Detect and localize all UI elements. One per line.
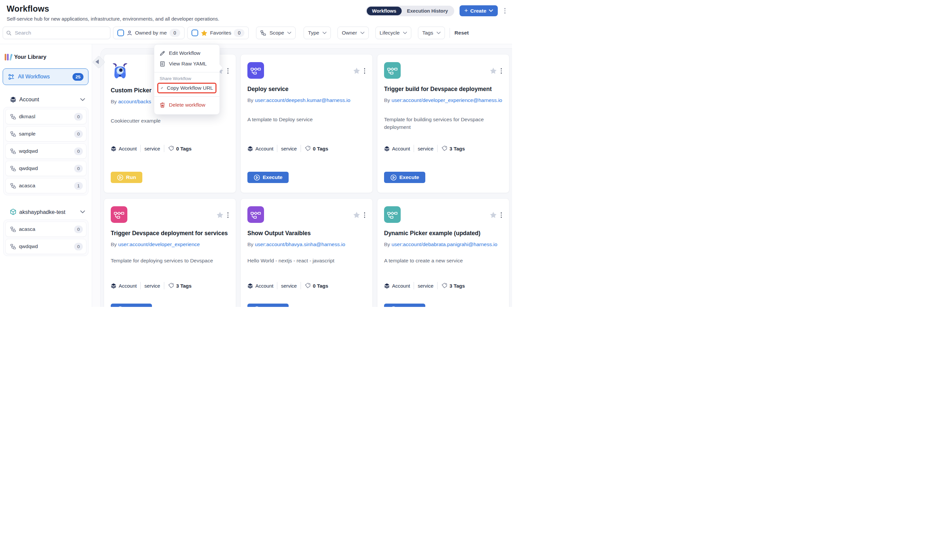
- tab-execution-history[interactable]: Execution History: [402, 7, 453, 15]
- owned-by-me-filter[interactable]: Owned by me 0: [113, 26, 185, 39]
- card-byline: By user:account/developer_experience: [111, 241, 229, 255]
- favorite-star-icon[interactable]: [490, 68, 497, 74]
- tag-icon: [304, 146, 310, 151]
- card-kebab-menu-icon[interactable]: [226, 67, 230, 75]
- card-scope: Account: [392, 146, 410, 151]
- layers-icon: [384, 283, 390, 289]
- owner-link[interactable]: user:account/deepesh.kumar@harness.io: [255, 97, 350, 103]
- menu-item-edit-workflow[interactable]: Edit Workflow: [154, 48, 219, 58]
- search-icon: [6, 30, 11, 36]
- hierarchy-icon: [260, 30, 266, 36]
- menu-item-copy-workflow-url[interactable]: Copy Workflow URL: [157, 83, 216, 93]
- item-count-badge: 0: [74, 148, 83, 155]
- star-icon: [201, 30, 207, 36]
- sidebar-item-label: acasca: [19, 183, 71, 189]
- favorites-label: Favorites: [210, 30, 232, 36]
- card-type: service: [144, 283, 160, 289]
- workflow-context-menu: Edit Workflow View Raw YAML Share Workfl…: [154, 44, 220, 115]
- card-kebab-menu-icon[interactable]: [226, 211, 230, 219]
- sidebar-item-acasca[interactable]: acasca 1: [5, 178, 86, 193]
- lifecycle-dropdown-label: Lifecycle: [380, 30, 400, 36]
- favorite-star-icon[interactable]: [353, 68, 360, 74]
- tab-workflows[interactable]: Workflows: [367, 7, 402, 15]
- scope-dropdown[interactable]: Scope: [256, 26, 296, 39]
- owned-by-me-checkbox[interactable]: [117, 29, 124, 36]
- sidebar-item-qwdqwd-2[interactable]: qwdqwd 0: [5, 239, 86, 254]
- card-meta: Account service 0 Tags: [111, 145, 230, 152]
- card-byline: By user:account/debabrata.panigrahi@harn…: [384, 241, 502, 255]
- execute-button[interactable]: Execute: [247, 303, 289, 307]
- workflow-tile-icon: [384, 206, 401, 223]
- execute-button[interactable]: Execute: [247, 172, 289, 183]
- sidebar-section-account[interactable]: Account: [0, 96, 92, 103]
- sidebar-item-dkmasl[interactable]: dkmasl 0: [5, 109, 86, 124]
- owner-link[interactable]: user:account/bhavya.sinha@harness.io: [255, 242, 345, 247]
- owner-dropdown[interactable]: Owner: [338, 26, 369, 39]
- chevron-down-icon: [489, 9, 493, 12]
- sidebar-item-label: qwdqwd: [19, 243, 71, 249]
- card-meta: Account service 3 Tags: [384, 282, 503, 289]
- reset-filters-link[interactable]: Reset: [455, 30, 469, 36]
- type-dropdown[interactable]: Type: [304, 26, 331, 39]
- item-count-badge: 0: [74, 243, 83, 251]
- card-tags-count: 3 Tags: [449, 283, 465, 289]
- chevron-down-icon: [287, 32, 291, 34]
- org-chart-icon: [10, 183, 16, 189]
- filter-divider: [449, 28, 450, 38]
- card-scope: Account: [255, 146, 273, 151]
- chevron-down-icon: [437, 32, 441, 34]
- org-chart-icon: [10, 148, 16, 154]
- search-input[interactable]: [14, 29, 107, 36]
- item-count-badge: 0: [74, 113, 83, 121]
- layers-icon: [111, 146, 116, 151]
- menu-item-delete-workflow[interactable]: Delete workflow: [154, 100, 219, 110]
- sidebar-item-all-workflows[interactable]: All Workflows 25: [3, 68, 88, 85]
- favorite-star-icon[interactable]: [353, 212, 360, 218]
- card-scope: Account: [119, 146, 137, 151]
- header-actions: Workflows Execution History + Create: [366, 5, 507, 16]
- execute-button[interactable]: Execute: [384, 172, 425, 183]
- sidebar-item-acasca-2[interactable]: acasca 0: [5, 222, 86, 237]
- tag-icon: [304, 283, 310, 289]
- card-description: Cookiecutter example: [111, 117, 229, 125]
- workflow-tile-icon: [247, 62, 264, 79]
- favorites-filter[interactable]: Favorites 0: [187, 26, 249, 39]
- create-button[interactable]: + Create: [460, 5, 497, 16]
- link-icon: [161, 85, 163, 91]
- workflow-tile-icon: [111, 206, 127, 223]
- card-kebab-menu-icon[interactable]: [499, 211, 503, 219]
- card-title: Trigger build for Devspace deployment: [384, 86, 502, 93]
- owner-link[interactable]: user:account/developer_experience: [118, 242, 200, 247]
- execute-button[interactable]: Execute: [384, 303, 425, 307]
- card-description: Template for deploying services to Devsp…: [111, 257, 229, 265]
- card-kebab-menu-icon[interactable]: [363, 67, 367, 75]
- card-title: Dynamic Picker example (updated): [384, 230, 502, 237]
- card-kebab-menu-icon[interactable]: [363, 211, 367, 219]
- owner-link[interactable]: user:account/debabrata.panigrahi@harness…: [391, 242, 497, 247]
- execute-button[interactable]: Execute: [111, 303, 152, 307]
- lifecycle-dropdown[interactable]: Lifecycle: [375, 26, 411, 39]
- card-kebab-menu-icon[interactable]: [499, 67, 503, 75]
- owner-link[interactable]: user:account/developer_experience@harnes…: [391, 97, 502, 103]
- favorite-star-icon[interactable]: [216, 212, 224, 218]
- header-kebab-menu-icon[interactable]: [503, 7, 507, 15]
- person-icon: [127, 30, 132, 36]
- menu-item-view-raw-yaml[interactable]: View Raw YAML: [154, 58, 219, 69]
- card-scope: Account: [255, 283, 273, 289]
- all-workflows-count-badge: 25: [73, 73, 83, 81]
- owner-link[interactable]: account/backs: [118, 98, 151, 104]
- sidebar-section-akshayphadke-test[interactable]: akshayphadke-test: [0, 209, 92, 215]
- card-type: service: [418, 146, 434, 151]
- workflow-icon: [8, 74, 15, 80]
- favorites-checkbox[interactable]: [191, 29, 198, 36]
- menu-section-share: Share Workflow: [154, 75, 219, 83]
- favorite-star-icon[interactable]: [490, 212, 497, 218]
- org-chart-icon: [10, 244, 16, 249]
- tags-dropdown[interactable]: Tags: [418, 26, 445, 39]
- sidebar-item-wqdqwd[interactable]: wqdqwd 0: [5, 143, 86, 159]
- run-button[interactable]: Run: [111, 172, 142, 183]
- play-icon: [117, 306, 124, 307]
- sidebar-item-sample[interactable]: sample 0: [5, 126, 86, 142]
- search-box[interactable]: [3, 26, 110, 39]
- sidebar-item-qwdqwd[interactable]: qwdqwd 0: [5, 161, 86, 176]
